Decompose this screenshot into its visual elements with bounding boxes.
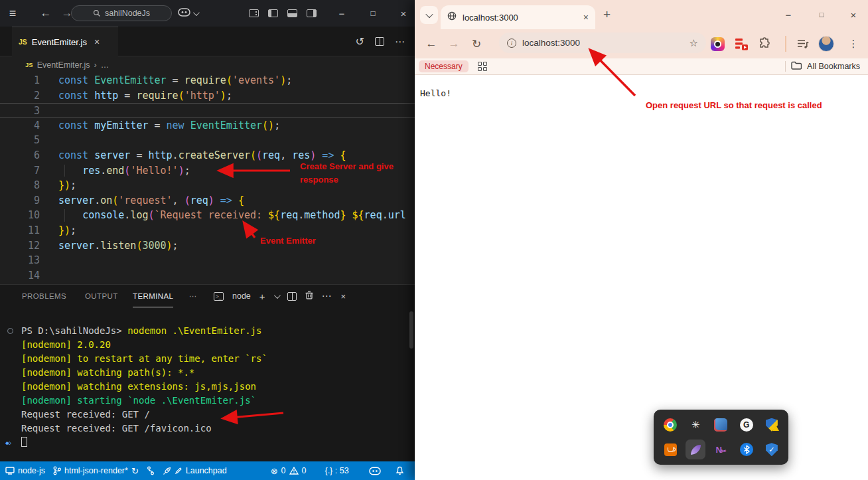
code-line: 3 xyxy=(0,103,415,118)
warning-count: 0 xyxy=(302,466,307,475)
split-terminal-icon[interactable] xyxy=(287,292,297,301)
bluetooth-icon[interactable] xyxy=(737,440,757,459)
paint3d-icon[interactable] xyxy=(711,415,731,435)
media-playlist-icon[interactable] xyxy=(794,35,812,52)
breadcrumb[interactable]: JS EventEmiter.js › … xyxy=(0,56,415,73)
remote-indicator[interactable]: node-js xyxy=(1,466,49,475)
close-tab-icon[interactable]: × xyxy=(583,12,589,23)
all-bookmarks-button[interactable]: All Bookmarks xyxy=(785,61,868,72)
terminal-line: [nodemon] watching extensions: js,mjs,js… xyxy=(0,380,415,394)
terminal-line: Request received: GET / xyxy=(0,408,415,422)
maximize-icon[interactable]: □ xyxy=(362,0,384,27)
chevron-down-icon xyxy=(193,9,200,16)
command-center-search[interactable]: sahilNodeJs xyxy=(71,5,172,21)
git-graph-icon xyxy=(147,466,155,475)
video-playlist-extension-icon[interactable] xyxy=(733,35,750,52)
timeline-history-icon[interactable]: ↺ xyxy=(356,35,364,48)
code-line: 2const http = require('http'); xyxy=(0,88,415,104)
terminal-line: [nodemon] 2.0.20 xyxy=(0,338,415,352)
code-line: 10 console.log(`Request received: ${req.… xyxy=(0,208,415,223)
code-editor[interactable]: 1const EventEmitter = require('events');… xyxy=(0,73,415,284)
minimize-icon[interactable]: − xyxy=(778,7,798,23)
extensions-puzzle-icon[interactable] xyxy=(756,35,773,52)
branch-label: html-json-render* xyxy=(64,466,128,475)
browser-tab-localhost[interactable]: localhost:3000 × xyxy=(441,5,595,29)
copilot-menu-button[interactable] xyxy=(173,0,202,27)
git-graph-button[interactable] xyxy=(143,466,159,475)
kill-terminal-icon[interactable] xyxy=(305,291,313,301)
system-tray-popup: ✳ G N✂ ✓ xyxy=(654,410,788,465)
tab-search-button[interactable] xyxy=(420,6,438,24)
browser-tabstrip: localhost:3000 × + − □ × xyxy=(415,0,868,29)
menu-icon[interactable]: ≡ xyxy=(3,0,23,27)
tab-output[interactable]: OUTPUT xyxy=(85,285,118,307)
new-tab-button[interactable]: + xyxy=(603,7,611,22)
copilot-status[interactable] xyxy=(365,467,385,475)
reload-icon[interactable]: ↻ xyxy=(465,37,488,51)
terminal-output[interactable]: PS D:\sahilNodeJs> nodemon .\EventEmiter… xyxy=(0,311,415,462)
close-tab-icon[interactable]: × xyxy=(94,37,100,47)
problems-indicator[interactable]: ⊗ 0 0 xyxy=(267,466,311,476)
more-actions-icon[interactable]: ⋯ xyxy=(395,36,405,48)
copilot-sparkle-icon: ◆◇ xyxy=(5,436,10,450)
apps-grid-icon[interactable] xyxy=(478,62,487,71)
braces-count-label: {.} : 53 xyxy=(325,466,348,475)
forward-arrow-icon[interactable]: → xyxy=(443,37,465,50)
defender-check-shield-icon[interactable]: ✓ xyxy=(762,440,782,459)
terminal-line: PS D:\sahilNodeJs> nodemon .\EventEmiter… xyxy=(0,324,415,338)
bottom-panel: PROBLEMS OUTPUT TERMINAL ⋯ >_ node + ⋯ ×… xyxy=(0,284,415,461)
launch-profile-chevron-icon[interactable] xyxy=(274,292,281,299)
tab-problems[interactable]: PROBLEMS xyxy=(22,285,66,307)
more-actions-icon[interactable]: ⋯ xyxy=(322,290,332,302)
folder-icon xyxy=(791,61,802,72)
terminal-shell-label[interactable]: node xyxy=(232,291,251,301)
customize-layout-icon[interactable] xyxy=(249,9,259,17)
toolbar-separator xyxy=(785,36,786,52)
remote-label: node-js xyxy=(18,466,45,475)
instagram-extension-icon[interactable] xyxy=(709,35,726,52)
editor-actions: ↺ ⋯ xyxy=(356,27,415,56)
bookmark-star-icon[interactable]: ☆ xyxy=(689,37,698,49)
toggle-sidebar-icon[interactable] xyxy=(268,9,278,17)
tab-eventemiter-js[interactable]: JS EventEmiter.js × xyxy=(12,27,118,56)
maximize-icon[interactable]: □ xyxy=(812,7,832,23)
bookmark-necessary[interactable]: Necessary xyxy=(419,60,469,72)
git-branch-indicator[interactable]: html-json-render* ↻ xyxy=(49,466,143,476)
toggle-panel-icon[interactable] xyxy=(287,9,297,17)
close-panel-icon[interactable]: × xyxy=(341,291,346,301)
slack-icon[interactable]: ✳ xyxy=(686,415,705,435)
profile-avatar[interactable] xyxy=(818,35,835,52)
terminal-icon: >_ xyxy=(214,292,224,301)
statusbar: node-js html-json-render* ↻ xyxy=(0,461,415,480)
browser-toolbar: ← → ↻ i localhost:3000 ☆ ⋮ xyxy=(415,29,868,58)
java-icon[interactable] xyxy=(660,440,680,459)
terminal-scrollbar[interactable] xyxy=(409,311,413,349)
address-bar[interactable]: i localhost:3000 ☆ xyxy=(499,33,706,53)
code-line: 11}); xyxy=(0,223,415,238)
back-arrow-icon[interactable]: ← xyxy=(37,0,54,27)
close-icon[interactable]: × xyxy=(393,0,414,27)
new-terminal-icon[interactable]: + xyxy=(259,291,265,302)
security-warning-shield-icon[interactable] xyxy=(762,415,782,435)
grammarly-icon[interactable]: G xyxy=(737,415,757,435)
minimize-icon[interactable]: − xyxy=(330,0,353,27)
sync-icon[interactable]: ↻ xyxy=(131,466,139,476)
panel-more-tabs-icon[interactable]: ⋯ xyxy=(189,285,197,307)
braces-count-indicator[interactable]: {.} : 53 xyxy=(321,466,352,475)
tab-terminal[interactable]: TERMINAL xyxy=(133,285,173,307)
warning-icon xyxy=(289,467,299,475)
split-editor-icon[interactable] xyxy=(375,37,384,46)
notifications-button[interactable] xyxy=(392,466,408,475)
feather-icon[interactable] xyxy=(686,440,705,459)
launchpad-button[interactable]: Launchpad xyxy=(159,466,231,475)
nimbus-capture-icon[interactable]: N✂ xyxy=(711,440,731,459)
info-icon[interactable]: i xyxy=(507,39,516,48)
javascript-file-icon: JS xyxy=(25,61,33,68)
toggle-secondary-sidebar-icon[interactable] xyxy=(307,9,317,17)
code-line: 13 xyxy=(0,253,415,268)
menu-dots-icon[interactable]: ⋮ xyxy=(845,35,862,52)
chrome-icon[interactable] xyxy=(660,415,680,435)
close-icon[interactable]: × xyxy=(843,7,863,23)
code-line: 8}); xyxy=(0,178,415,193)
back-arrow-icon[interactable]: ← xyxy=(420,37,443,50)
